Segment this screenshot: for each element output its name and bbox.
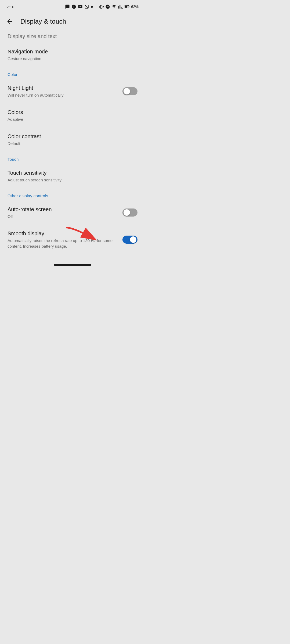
color-section-label: Color xyxy=(8,72,17,77)
touch-section-label: Touch xyxy=(8,157,19,162)
nav-home-indicator[interactable] xyxy=(54,264,91,266)
night-light-title: Night Light xyxy=(8,85,118,92)
svg-rect-3 xyxy=(125,6,127,8)
navigation-mode-text: Navigation mode Gesture navigation xyxy=(8,48,137,61)
page-title: Display & touch xyxy=(20,18,66,25)
auto-rotate-subtitle: Off xyxy=(8,214,118,219)
status-time: 2:10 xyxy=(6,5,14,9)
settings-list: Display size and text Navigation mode Ge… xyxy=(0,30,145,254)
night-light-subtitle: Will never turn on automatically xyxy=(8,92,118,98)
night-light-item[interactable]: Night Light Will never turn on automatic… xyxy=(0,79,145,103)
touch-section-header: Touch xyxy=(0,152,145,164)
navigation-mode-title: Navigation mode xyxy=(8,48,137,55)
blocked-icon xyxy=(71,4,76,9)
auto-rotate-toggle-container xyxy=(118,207,137,218)
night-light-toggle-container xyxy=(118,86,137,97)
wifi-icon xyxy=(112,4,117,9)
display-size-item[interactable]: Display size and text xyxy=(0,30,145,43)
display-size-title: Display size and text xyxy=(8,33,57,39)
colors-title: Colors xyxy=(8,109,137,116)
auto-rotate-toggle-thumb xyxy=(124,209,130,216)
touch-sensitivity-text: Touch sensitivity Adjust touch screen se… xyxy=(8,169,137,183)
message-icon xyxy=(65,4,70,9)
navigation-mode-subtitle: Gesture navigation xyxy=(8,56,137,61)
auto-rotate-item[interactable]: Auto-rotate screen Off xyxy=(0,200,145,225)
color-contrast-title: Color contrast xyxy=(8,133,137,140)
svg-line-1 xyxy=(85,5,88,8)
battery-icon xyxy=(125,4,129,9)
colors-text: Colors Adaptive xyxy=(8,109,137,122)
smooth-display-title: Smooth display xyxy=(8,230,122,237)
colors-item[interactable]: Colors Adaptive xyxy=(0,103,145,127)
blocked2-icon xyxy=(84,4,89,9)
touch-sensitivity-subtitle: Adjust touch screen sensitivity xyxy=(8,177,137,183)
nav-bar xyxy=(0,260,145,272)
smooth-display-toggle-container xyxy=(122,236,137,244)
auto-rotate-toggle-divider xyxy=(118,207,118,218)
night-light-toggle-thumb xyxy=(124,88,130,94)
touch-sensitivity-title: Touch sensitivity xyxy=(8,169,137,176)
toggle-divider xyxy=(118,86,118,97)
app-bar: Display & touch xyxy=(0,13,145,30)
auto-rotate-toggle[interactable] xyxy=(122,208,137,217)
email-icon xyxy=(78,4,83,9)
color-section-header: Color xyxy=(0,67,145,79)
auto-rotate-text: Auto-rotate screen Off xyxy=(8,206,118,219)
navigation-mode-item[interactable]: Navigation mode Gesture navigation xyxy=(0,43,145,67)
touch-sensitivity-item[interactable]: Touch sensitivity Adjust touch screen se… xyxy=(0,164,145,188)
vibrate-icon xyxy=(99,4,104,9)
auto-rotate-title: Auto-rotate screen xyxy=(8,206,118,213)
smooth-display-toggle-thumb xyxy=(130,236,136,243)
other-display-section-label: Other display controls xyxy=(8,193,48,198)
night-light-text: Night Light Will never turn on automatic… xyxy=(8,85,118,98)
svg-rect-4 xyxy=(129,6,129,8)
status-bar: 2:10 62% xyxy=(0,0,145,13)
night-light-toggle[interactable] xyxy=(122,87,137,95)
back-button[interactable] xyxy=(4,16,15,27)
dot-icon xyxy=(91,6,93,8)
smooth-display-subtitle: Automatically raises the refresh rate up… xyxy=(8,238,122,249)
color-contrast-subtitle: Default xyxy=(8,141,137,146)
color-contrast-text: Color contrast Default xyxy=(8,133,137,146)
smooth-display-item[interactable]: Smooth display Automatically raises the … xyxy=(0,225,145,254)
other-display-section-header: Other display controls xyxy=(0,188,145,200)
dnd-icon xyxy=(105,4,110,9)
smooth-display-text: Smooth display Automatically raises the … xyxy=(8,230,122,249)
signal-icon xyxy=(118,4,123,9)
battery-percent: 62% xyxy=(131,5,139,9)
status-icons: 62% xyxy=(65,4,139,9)
color-contrast-item[interactable]: Color contrast Default xyxy=(0,127,145,152)
smooth-display-toggle[interactable] xyxy=(122,236,137,244)
colors-subtitle: Adaptive xyxy=(8,116,137,122)
